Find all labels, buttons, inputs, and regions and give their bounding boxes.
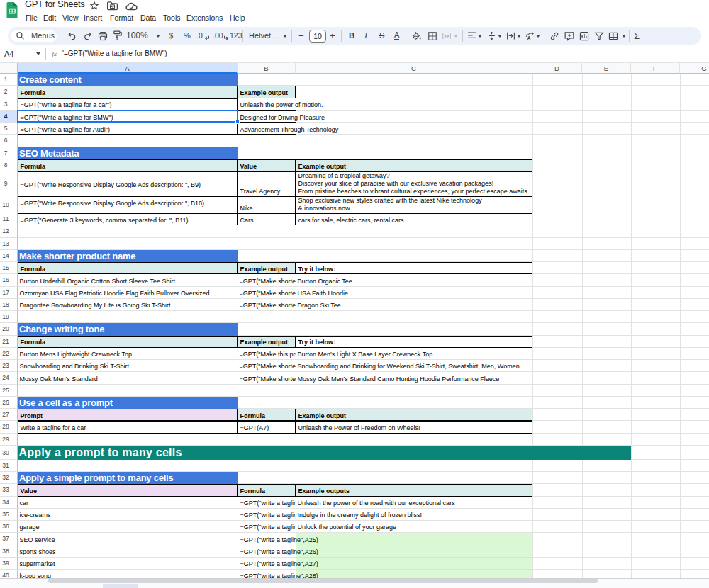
svg-text:fx: fx [52,50,57,57]
svg-text:A: A [527,35,531,40]
